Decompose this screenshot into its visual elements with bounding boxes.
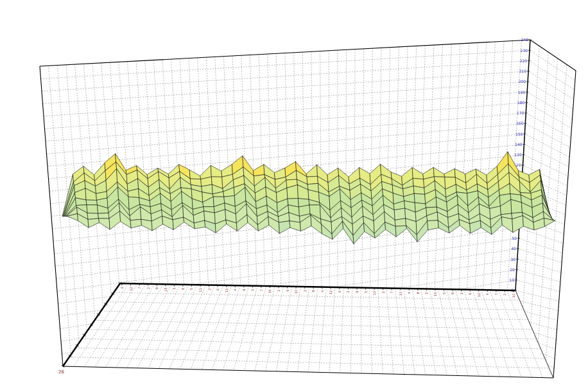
grid-line bbox=[524, 145, 569, 167]
surface-facet bbox=[414, 193, 426, 204]
value-axis-label: 230 bbox=[521, 48, 528, 53]
grid-line bbox=[105, 284, 154, 368]
value-axis-label: 130 bbox=[514, 152, 522, 157]
surface-facet bbox=[433, 167, 445, 177]
grid-line bbox=[515, 290, 559, 301]
grid-line bbox=[340, 287, 343, 373]
category-axis-label: 7 bbox=[494, 293, 498, 295]
grid-line bbox=[526, 103, 571, 129]
surface-facet bbox=[98, 213, 110, 218]
surface-facet bbox=[444, 168, 456, 177]
category-axis-label: 10 bbox=[512, 294, 515, 298]
value-axis-label: 30 bbox=[510, 257, 515, 262]
category-axis-label: 4 bbox=[233, 289, 237, 290]
surface-facet bbox=[306, 165, 318, 177]
value-axis-label: 170 bbox=[517, 111, 524, 115]
surface-facet bbox=[88, 218, 99, 227]
grid-line bbox=[528, 71, 574, 100]
grid-line bbox=[395, 289, 404, 375]
category-axis: 4127291538511261349371425103841262951337… bbox=[120, 283, 515, 298]
surface-facet bbox=[253, 165, 264, 176]
category-axis-label: 4 bbox=[320, 290, 324, 292]
series-axis-corner-label: 26 bbox=[58, 370, 64, 375]
surface-facet bbox=[99, 218, 110, 229]
grid-line bbox=[498, 290, 532, 378]
grid-line bbox=[451, 44, 460, 291]
grid-line bbox=[40, 66, 63, 366]
category-axis-label: 15 bbox=[433, 292, 437, 296]
category-axis-label: 2 bbox=[424, 292, 428, 294]
grid-line bbox=[443, 44, 452, 291]
category-axis-label: 8 bbox=[181, 288, 185, 290]
category-axis-label: 3 bbox=[460, 292, 463, 294]
series-axis: 26 bbox=[58, 282, 121, 375]
grid-line bbox=[519, 238, 562, 253]
category-axis-label: 5 bbox=[364, 291, 368, 293]
category-axis-label: 2 bbox=[207, 289, 211, 290]
category-axis-label: 3 bbox=[381, 291, 385, 293]
value-axis-label: 240 bbox=[521, 37, 529, 42]
grid-line bbox=[404, 289, 415, 375]
category-axis-label: 5 bbox=[286, 290, 290, 292]
value-axis-label: 50 bbox=[512, 236, 517, 240]
surface-facet bbox=[395, 226, 407, 236]
category-axis-label: 8 bbox=[416, 292, 420, 294]
surface-facet bbox=[279, 221, 290, 234]
surface-facet bbox=[130, 219, 142, 228]
surface-facet bbox=[290, 221, 301, 231]
surface-facet bbox=[189, 170, 201, 179]
grid-line bbox=[354, 49, 355, 290]
grid-line bbox=[276, 287, 292, 371]
category-axis-label: 11 bbox=[399, 292, 402, 296]
grid-line bbox=[350, 287, 352, 373]
grid-line bbox=[525, 123, 570, 148]
category-axis-label: 9 bbox=[451, 292, 454, 294]
grid-line bbox=[148, 285, 189, 368]
category-axis-label: 4 bbox=[407, 292, 411, 294]
grid-line bbox=[429, 289, 447, 375]
surface-facet bbox=[141, 219, 153, 231]
grid-line bbox=[516, 280, 560, 292]
surface-facet bbox=[211, 165, 222, 177]
category-axis-label: 12 bbox=[329, 290, 333, 294]
category-axis-label: 12 bbox=[129, 287, 133, 290]
category-axis-label: 4 bbox=[485, 293, 489, 295]
category-axis-label: 7 bbox=[259, 289, 263, 291]
surface-chart-window: 2402302202102001901801701601501401301201… bbox=[0, 0, 588, 392]
value-axis-label: 200 bbox=[519, 79, 526, 84]
grid-line bbox=[507, 290, 543, 378]
value-axis-label: 180 bbox=[517, 100, 525, 105]
value-axis-label: 220 bbox=[520, 58, 528, 63]
category-axis-label: 9 bbox=[242, 289, 246, 290]
value-axis-label: 150 bbox=[515, 132, 523, 136]
grid-line bbox=[101, 311, 528, 319]
surface-facet bbox=[544, 218, 555, 227]
category-axis-label: 7 bbox=[390, 292, 393, 294]
value-axis-label: 210 bbox=[519, 69, 527, 73]
grid-line bbox=[526, 113, 571, 138]
category-axis-label: 2 bbox=[346, 290, 350, 292]
grid-line bbox=[116, 284, 163, 368]
grid-line bbox=[255, 286, 275, 371]
category-axis-label: 14 bbox=[268, 289, 272, 293]
category-axis-label: 5 bbox=[189, 288, 193, 290]
grid-line bbox=[346, 49, 347, 289]
category-axis-label: 13 bbox=[225, 289, 229, 292]
grid-line bbox=[490, 290, 521, 377]
grid-line bbox=[402, 46, 408, 290]
grid-line bbox=[419, 46, 425, 291]
grid-line bbox=[40, 40, 530, 66]
category-axis-label: 3 bbox=[250, 289, 254, 291]
category-axis-label: 7 bbox=[137, 287, 141, 289]
grid-line bbox=[519, 228, 564, 244]
grid-line bbox=[386, 288, 393, 374]
grid-line bbox=[180, 285, 215, 370]
grid-line bbox=[421, 289, 437, 375]
category-axis-label: 12 bbox=[477, 293, 481, 297]
grid-line bbox=[438, 289, 457, 376]
value-axis-label: 10 bbox=[509, 278, 514, 282]
category-axis-label: 4 bbox=[120, 287, 124, 289]
category-axis-label: 5 bbox=[442, 292, 446, 294]
grid-line bbox=[169, 285, 206, 369]
grid-line bbox=[455, 289, 478, 376]
